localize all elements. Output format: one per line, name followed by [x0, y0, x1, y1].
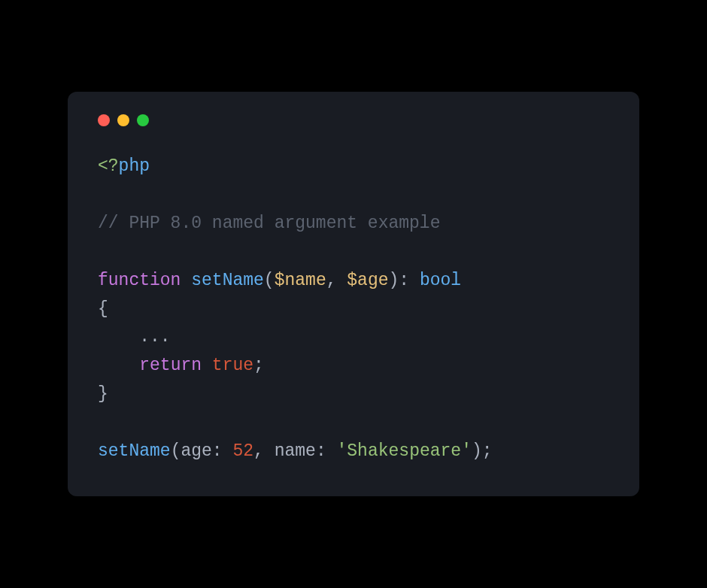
- code-editor-window: <?php // PHP 8.0 named argument example …: [68, 92, 639, 496]
- return-keyword: return: [139, 356, 202, 375]
- function-call: setName: [98, 441, 171, 461]
- function-name: setName: [191, 271, 264, 290]
- arg-comma: ,: [253, 441, 275, 461]
- php-open-tag: <?: [98, 156, 119, 176]
- minimize-icon[interactable]: [117, 114, 129, 126]
- boolean-true: true: [212, 356, 253, 375]
- semicolon: ;: [253, 356, 264, 375]
- param-age: $age: [347, 271, 388, 290]
- call-open-paren: (: [171, 441, 181, 461]
- ellipsis: ...: [139, 327, 170, 347]
- function-keyword: function: [98, 271, 181, 290]
- colon: :: [399, 271, 420, 290]
- call-close: );: [472, 441, 493, 461]
- arg-name-value: 'Shakespeare': [337, 441, 472, 461]
- comma: ,: [326, 271, 347, 290]
- arg-colon: :: [212, 441, 233, 461]
- arg-age-label: age: [181, 441, 211, 461]
- arg-colon-2: :: [316, 441, 337, 461]
- code-block: <?php // PHP 8.0 named argument example …: [98, 153, 609, 466]
- close-paren: ): [389, 271, 399, 290]
- traffic-lights: [98, 114, 609, 126]
- param-name: $name: [275, 271, 326, 290]
- arg-name-label: name: [275, 441, 316, 461]
- open-brace: {: [98, 299, 108, 319]
- maximize-icon[interactable]: [137, 114, 149, 126]
- php-tag-name: php: [119, 156, 150, 176]
- return-type: bool: [420, 271, 461, 290]
- close-icon[interactable]: [98, 114, 110, 126]
- comment-line: // PHP 8.0 named argument example: [98, 214, 440, 233]
- open-paren: (: [264, 271, 275, 290]
- close-brace: }: [98, 384, 108, 404]
- arg-age-value: 52: [232, 441, 253, 461]
